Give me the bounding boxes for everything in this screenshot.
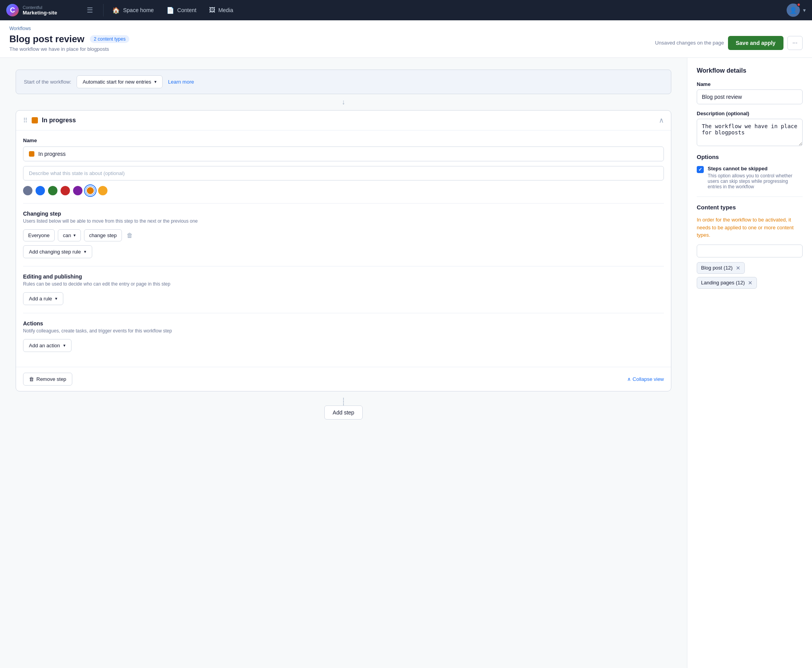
brand: C Contentful Marketing-site (6, 4, 84, 16)
nav-label-space-home: Space home (123, 7, 154, 13)
step-header-left: ⠿ In progress (23, 117, 76, 124)
name-field-label: Name (23, 138, 664, 143)
step-name-value: In progress (38, 151, 66, 157)
swatch-red[interactable] (61, 186, 70, 195)
learn-more-link[interactable]: Learn more (168, 79, 194, 85)
sidebar-desc-textarea[interactable]: The workflow we have in place for blogpo… (697, 119, 803, 146)
section-divider-1 (23, 203, 664, 204)
add-rule-button[interactable]: Add a rule ▾ (23, 292, 63, 305)
collapse-arrow-icon: ∧ (627, 376, 631, 382)
swatch-blue[interactable] (36, 186, 45, 195)
swatch-gray[interactable] (23, 186, 32, 195)
swatch-green[interactable] (48, 186, 57, 195)
actions-subtitle: Notify colleagues, create tasks, and tri… (23, 328, 664, 334)
checkbox-content: Steps cannot be skipped This option allo… (708, 166, 803, 189)
collapse-view-button[interactable]: ∧ Collapse view (627, 376, 664, 382)
changing-step-section: Changing step Users listed below will be… (23, 211, 664, 258)
step-description-input[interactable]: Describe what this state is about (optio… (23, 166, 664, 180)
step-collapse-button[interactable]: ∧ (659, 116, 664, 125)
swatch-orange[interactable] (86, 186, 95, 195)
tag-label-landing-pages: Landing pages (12) (701, 280, 745, 286)
main-layout: Start of the workflow: Automatic start f… (0, 58, 812, 668)
start-label: Start of the workflow: (24, 79, 71, 85)
rule-delete-button[interactable]: 🗑 (125, 230, 134, 241)
options-section-title: Options (697, 154, 803, 160)
step-body: Name In progress Describe what this stat… (16, 130, 671, 367)
step-footer: 🗑 Remove step ∧ Collapse view (16, 367, 671, 391)
hamburger-button[interactable]: ☰ (84, 4, 95, 17)
swatch-purple[interactable] (73, 186, 82, 195)
add-step-button[interactable]: Add step (324, 405, 362, 420)
page-title-group: Blog post review 2 content types The wor… (9, 34, 129, 52)
more-options-button[interactable]: ··· (787, 36, 803, 50)
rule-who-tag: Everyone (23, 229, 55, 241)
add-action-chevron-icon: ▾ (63, 343, 66, 348)
step-title: In progress (42, 117, 76, 124)
add-edit-rule-chevron-icon: ▾ (55, 296, 57, 301)
nav-item-media[interactable]: 🖼 Media (204, 4, 239, 17)
add-changing-step-rule-button[interactable]: Add changing step rule ▾ (23, 245, 92, 258)
sidebar-name-input[interactable] (697, 89, 803, 104)
page-header: Workflows Blog post review 2 content typ… (0, 20, 812, 58)
add-action-button[interactable]: Add an action ▾ (23, 339, 72, 352)
tag-label-blog-post: Blog post (12) (701, 265, 733, 271)
actions-section: Actions Notify colleagues, create tasks,… (23, 320, 664, 352)
section-divider-3 (23, 313, 664, 313)
content-types-badge: 2 content types (90, 35, 129, 43)
changing-step-subtitle: Users listed below will be able to move … (23, 218, 664, 224)
nav-label-media: Media (218, 7, 233, 13)
nav-label-content: Content (177, 7, 197, 13)
name-color-dot (29, 151, 34, 157)
add-rule-label: Add changing step rule (29, 249, 81, 255)
breadcrumb[interactable]: Workflows (9, 26, 803, 31)
notification-badge (797, 3, 801, 7)
remove-blog-post-tag[interactable]: ✕ (736, 265, 740, 271)
page-title: Blog post review (9, 34, 84, 45)
checkbox-row: ✓ Steps cannot be skipped This option al… (697, 166, 803, 189)
content-types-section-title: Content types (697, 204, 803, 211)
nav-divider (103, 4, 104, 16)
checkbox-label: Steps cannot be skipped (708, 166, 803, 171)
remove-step-label: Remove step (36, 376, 66, 382)
editing-title: Editing and publishing (23, 273, 664, 280)
sidebar-name-label: Name (697, 81, 803, 87)
step-card: ⠿ In progress ∧ Name In progress Describ… (16, 110, 671, 391)
add-step-area: Add step (16, 391, 671, 426)
start-dropdown[interactable]: Automatic start for new entries ▾ (77, 75, 163, 88)
rule-verb-dropdown[interactable]: can ▾ (58, 229, 81, 241)
drag-handle-icon[interactable]: ⠿ (23, 117, 28, 124)
content-type-tag-blog-post: Blog post (12) ✕ (697, 262, 745, 274)
main-content: Start of the workflow: Automatic start f… (0, 58, 687, 668)
avatar-button[interactable]: 👤 (787, 4, 800, 17)
content-type-tags: Blog post (12) ✕ Landing pages (12) ✕ (697, 262, 803, 289)
page-subtitle: The workflow we have in place for blogpo… (9, 46, 129, 52)
top-nav: C Contentful Marketing-site ☰ 🏠 Space ho… (0, 0, 812, 20)
nav-item-space-home[interactable]: 🏠 Space home (107, 4, 159, 17)
topnav-right: 👤 ▾ (787, 4, 806, 17)
content-icon: 📄 (166, 7, 174, 14)
checkbox-desc: This option allows you to control whethe… (708, 173, 803, 189)
media-icon: 🖼 (209, 7, 215, 14)
content-types-info: In order for the workflow to be activate… (697, 216, 803, 239)
title-badge-row: Blog post review 2 content types (9, 34, 129, 45)
add-rule-text: Add a rule (29, 296, 52, 302)
trash-icon: 🗑 (29, 376, 34, 382)
nav-items: 🏠 Space home 📄 Content 🖼 Media (107, 4, 787, 17)
nav-item-content[interactable]: 📄 Content (161, 4, 202, 17)
remove-landing-pages-tag[interactable]: ✕ (748, 280, 753, 286)
remove-step-button[interactable]: 🗑 Remove step (23, 373, 72, 386)
dotted-connector (343, 398, 344, 405)
down-arrow-connector: ↓ (16, 94, 671, 110)
save-apply-button[interactable]: Save and apply (728, 36, 783, 50)
step-name-input[interactable]: In progress (23, 146, 664, 161)
section-divider-2 (23, 266, 664, 266)
sidebar-panel: Workflow details Name Description (optio… (687, 58, 812, 668)
avatar-chevron[interactable]: ▾ (803, 7, 806, 13)
cannot-skip-checkbox[interactable]: ✓ (697, 166, 704, 173)
sidebar-divider (697, 196, 803, 197)
page-header-row: Blog post review 2 content types The wor… (9, 34, 803, 52)
content-type-search-input[interactable] (697, 245, 803, 257)
changing-step-rule-row: Everyone can ▾ change step 🗑 (23, 229, 664, 241)
swatch-yellow[interactable] (98, 186, 107, 195)
rule-action-tag: change step (84, 229, 122, 241)
